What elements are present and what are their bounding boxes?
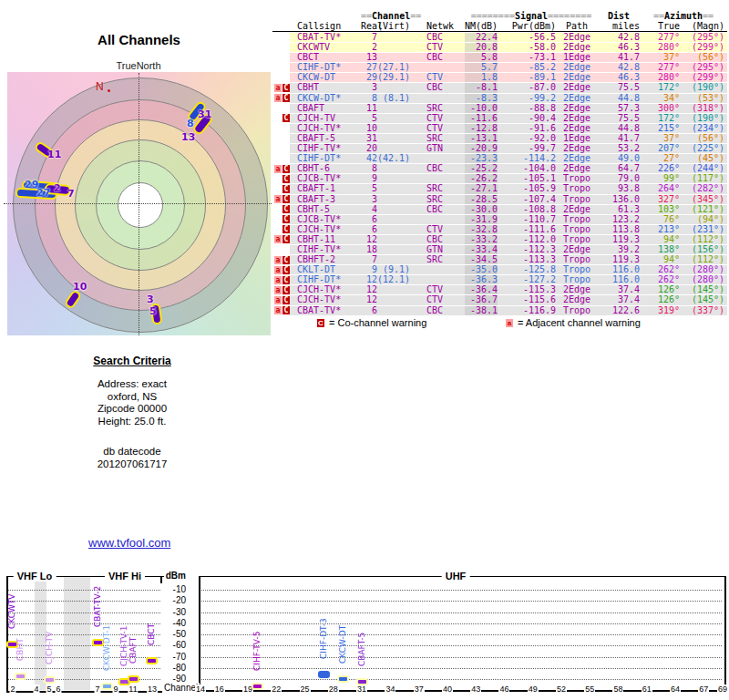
cell-pwr: -73.1	[498, 53, 556, 62]
signal-bar	[128, 675, 139, 683]
cell-magn: (299°)	[680, 43, 727, 52]
warning-flags: aC	[272, 83, 290, 92]
radar-axis-vertical	[139, 73, 139, 335]
cell-magn: (280°)	[680, 265, 727, 274]
cell-true: 37°	[640, 134, 680, 143]
cell-nm: 5.8	[465, 53, 498, 62]
db-datecode: db datecode201207061717	[59, 446, 205, 470]
warning-flags: C	[272, 205, 290, 214]
tvfool-link[interactable]: www.tvfool.com	[88, 536, 170, 550]
cell-true: 99°	[640, 174, 680, 183]
table-row: CIHF-TV*20GTN-20.9-99.72Edge53.2207°(225…	[272, 144, 727, 153]
cell-true: 300°	[640, 104, 680, 113]
cell-path: 2Edge	[556, 104, 598, 113]
column-virt: (Virt)	[377, 22, 421, 31]
cell-path: 2Edge	[556, 83, 598, 92]
warning-flags	[272, 104, 290, 113]
x-axis-tick-label: 34	[385, 685, 395, 694]
gridline	[201, 623, 722, 624]
cell-pwr: -89.1	[498, 73, 556, 82]
cell-virt	[377, 184, 421, 193]
radar-title: All Channels	[46, 32, 232, 47]
warning-flags: aC	[272, 295, 290, 304]
cell-netwk: CBC	[421, 235, 465, 244]
table-row: aCCJCH-TV*12CTV-36.7-115.62Edge37.4126°(…	[272, 295, 727, 304]
cell-magn: (337°)	[680, 306, 727, 315]
cell-miles: 44.8	[598, 124, 640, 133]
signal-bar	[318, 671, 330, 678]
cell-virt: (29.1)	[377, 73, 421, 82]
cell-netwk: CTV	[421, 73, 465, 82]
cell-magn: (299°)	[680, 73, 727, 82]
cell-callsign: CBAFT-3	[290, 195, 361, 204]
x-axis-tick-label: 11	[128, 685, 138, 694]
cell-virt	[377, 245, 421, 254]
cell-nm: -28.5	[465, 195, 498, 204]
cell-miles: 46.3	[598, 73, 640, 82]
x-axis-tick-label: 22	[271, 685, 282, 694]
cell-pwr: -110.7	[498, 215, 556, 224]
cell-nm: 22.4	[465, 33, 498, 42]
cell-magn: (121°)	[680, 205, 727, 214]
channel-marker-label: 27	[36, 187, 50, 199]
cell-callsign: CJCH-TV*	[290, 225, 361, 234]
cell-magn: (190°)	[680, 114, 727, 123]
cell-callsign: CIHF-TV*	[290, 245, 361, 254]
row-band: CKCW-DT29(29.1)CTV1.8-89.12Edge46.3280°(…	[290, 73, 727, 82]
cell-true: 94°	[640, 235, 680, 244]
adjacent-channel-warning-icon: a	[274, 276, 282, 284]
cell-magn: (318°)	[680, 104, 727, 113]
co-channel-warning-icon: C	[282, 185, 290, 193]
cell-pwr: -56.5	[498, 33, 556, 42]
row-band: CJCH-TV*12CTV-36.4-115.32Edge37.4126°(14…	[290, 285, 727, 294]
gridline	[201, 612, 722, 613]
cell-real: 20	[361, 144, 377, 153]
table-row: CCJCH-TV5CTV-11.6-90.42Edge75.5172°(190°…	[272, 114, 727, 123]
cell-netwk: CTV	[421, 285, 465, 294]
cell-magn: (56°)	[680, 53, 727, 62]
cell-true: 27°	[640, 154, 680, 163]
cell-virt	[377, 306, 421, 315]
cell-netwk: CBC	[421, 306, 465, 315]
table-row: CCJCB-TV*9-26.2-105.1Tropo79.099°(117°)	[272, 174, 727, 183]
search-criteria-title: Search Criteria	[59, 355, 205, 367]
cell-pwr: -107.4	[498, 195, 556, 204]
row-band: CJCH-TV*10CTV-12.8-91.62Edge44.8215°(234…	[290, 124, 727, 133]
co-channel-warning-icon: C	[282, 266, 290, 274]
cell-nm: -30.0	[465, 205, 498, 214]
x-axis-tick-label: 52	[556, 685, 567, 694]
y-axis-tick-label: -80	[153, 663, 186, 673]
x-axis-tick-label: 5	[46, 685, 52, 694]
cell-pwr: -104.0	[498, 164, 556, 173]
table-row: CCBHT-54CBC-30.0-108.82Edge61.3103°(121°…	[272, 205, 727, 214]
db-datecode-line: db datecode	[59, 446, 205, 458]
channel-marker-label: 2	[54, 182, 61, 194]
cell-virt: (8.1)	[377, 94, 421, 103]
cell-pwr: -99.2	[498, 94, 556, 103]
cell-callsign: CKLT-DT	[290, 265, 361, 274]
co-channel-warning-icon: C	[282, 175, 290, 183]
adjacent-channel-warning-icon: a	[274, 306, 282, 314]
cell-real: 31	[361, 134, 377, 143]
gridline	[8, 623, 160, 624]
cell-callsign: CBAFT-5	[290, 134, 361, 143]
cell-callsign: CBHT-5	[290, 205, 361, 214]
cell-pwr: -85.2	[498, 63, 556, 72]
cell-real: 9	[361, 174, 377, 183]
column-path: Path	[556, 22, 598, 31]
signal-bar-label: CBHT	[15, 639, 25, 662]
cell-nm: -33.2	[465, 235, 498, 244]
cell-miles: 37.4	[598, 295, 640, 304]
cell-netwk	[421, 94, 465, 103]
cell-real: 3	[361, 195, 377, 204]
table-row: CIHF-TV*18GTN-33.4-112.32Edge39.2138°(15…	[272, 245, 727, 254]
cell-path: Tropo	[556, 275, 598, 284]
cell-miles: 57.3	[598, 104, 640, 113]
cell-callsign: CBCT	[290, 53, 361, 62]
dbm-axis-label: dBm	[153, 571, 186, 581]
cell-virt	[377, 225, 421, 234]
cell-nm: -12.8	[465, 124, 498, 133]
x-axis-tick-label: 64	[670, 685, 681, 694]
row-band: CJCH-TV5CTV-11.6-90.42Edge75.5172°(190°)	[290, 114, 727, 123]
warning-flags: aC	[272, 195, 290, 204]
